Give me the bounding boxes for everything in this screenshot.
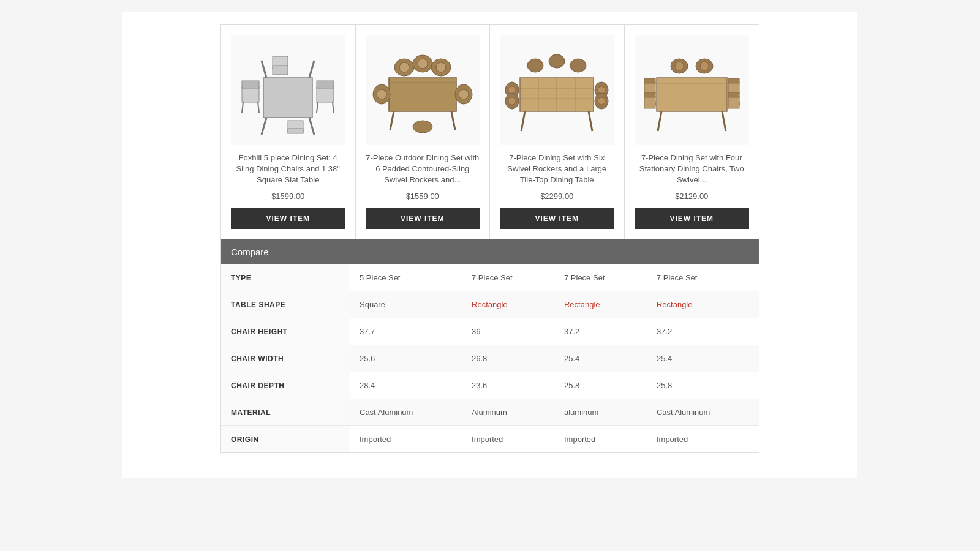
product-card-3: 7-Piece Dining Set with Six Swivel Rocke…: [490, 25, 625, 239]
svg-line-20: [451, 111, 455, 130]
svg-line-53: [658, 111, 662, 131]
svg-point-24: [459, 89, 469, 99]
compare-cell-2-0: 37.7: [350, 318, 462, 345]
product-image-2: [366, 35, 480, 145]
compare-row-label-4: CHAIR DEPTH: [221, 372, 350, 399]
compare-row-label-6: ORIGIN: [221, 426, 350, 453]
products-grid: Foxhill 5 piece Dining Set: 4 Sling Dini…: [221, 24, 760, 239]
svg-point-31: [413, 121, 432, 133]
svg-point-49: [549, 54, 565, 68]
compare-label: Compare: [231, 247, 269, 257]
compare-cell-6-2: Imported: [554, 426, 647, 453]
compare-row-5: MATERIALCast AluminumAluminumaluminumCas…: [221, 399, 759, 426]
compare-cell-3-3: 25.4: [647, 345, 759, 372]
compare-header: Compare: [221, 239, 759, 264]
product-title-1: Foxhill 5 piece Dining Set: 4 Sling Dini…: [231, 152, 345, 187]
view-item-btn-2[interactable]: VIEW ITEM: [366, 208, 480, 229]
compare-row-2: CHAIR HEIGHT37.73637.237.2: [221, 318, 759, 345]
compare-row-1: TABLE SHAPESquareRectangleRectangleRecta…: [221, 291, 759, 318]
svg-line-4: [309, 61, 314, 78]
svg-point-47: [598, 97, 605, 105]
svg-rect-56: [644, 78, 655, 83]
svg-point-43: [508, 97, 516, 105]
compare-cell-5-3: Cast Aluminum: [647, 399, 759, 426]
svg-point-41: [508, 86, 516, 94]
compare-row-4: CHAIR DEPTH28.423.625.825.8: [221, 372, 759, 399]
compare-cell-6-3: Imported: [647, 426, 759, 453]
product-card-4: 7-Piece Dining Set with Four Stationary …: [625, 25, 760, 239]
compare-row-label-2: CHAIR HEIGHT: [221, 318, 350, 345]
compare-cell-2-2: 37.2: [554, 318, 647, 345]
view-item-btn-4[interactable]: VIEW ITEM: [635, 208, 750, 229]
product-title-2: 7-Piece Outdoor Dining Set with 6 Padded…: [366, 152, 480, 187]
svg-rect-10: [317, 81, 334, 88]
svg-rect-6: [242, 81, 259, 88]
svg-line-7: [242, 102, 243, 113]
svg-point-30: [436, 62, 446, 72]
svg-line-19: [390, 111, 394, 130]
page-wrapper: Foxhill 5 piece Dining Set: 4 Sling Dini…: [123, 12, 858, 478]
compare-cell-5-0: Cast Aluminum: [350, 399, 462, 426]
svg-rect-5: [242, 87, 259, 102]
product-image-1: [231, 35, 345, 145]
svg-rect-62: [728, 78, 739, 83]
compare-cell-2-3: 37.2: [647, 318, 759, 345]
compare-cell-1-2: Rectangle: [554, 291, 647, 318]
product-price-4: $2129.00: [675, 192, 708, 201]
compare-cell-3-0: 25.6: [350, 345, 462, 372]
product-image-4: [635, 35, 750, 145]
product-price-1: $1599.00: [271, 192, 304, 201]
compare-row-label-1: TABLE SHAPE: [221, 291, 350, 318]
product-title-4: 7-Piece Dining Set with Four Stationary …: [635, 152, 750, 187]
product-image-svg-3: [505, 44, 609, 136]
compare-cell-0-1: 7 Piece Set: [462, 264, 554, 291]
compare-row-3: CHAIR WIDTH25.626.825.425.4: [221, 345, 759, 372]
svg-line-1: [262, 118, 266, 135]
product-image-svg-1: [236, 44, 340, 136]
compare-cell-1-1: Rectangle: [462, 291, 554, 318]
product-title-3: 7-Piece Dining Set with Six Swivel Rocke…: [500, 152, 614, 187]
compare-cell-3-2: 25.4: [554, 345, 647, 372]
compare-cell-5-2: aluminum: [554, 399, 647, 426]
svg-point-68: [675, 62, 684, 70]
compare-cell-4-3: 25.8: [647, 372, 759, 399]
svg-rect-66: [728, 92, 739, 97]
compare-row-label-0: TYPE: [221, 264, 350, 291]
svg-rect-51: [657, 78, 727, 111]
view-item-btn-3[interactable]: VIEW ITEM: [500, 208, 614, 229]
svg-rect-16: [288, 129, 303, 133]
svg-point-22: [377, 89, 386, 99]
svg-point-26: [399, 62, 409, 72]
compare-cell-1-0: Square: [350, 291, 462, 318]
product-image-svg-4: [639, 44, 744, 136]
svg-rect-65: [728, 96, 739, 108]
product-price-2: $1559.00: [406, 192, 439, 201]
product-price-3: $2299.00: [540, 192, 573, 201]
svg-point-28: [418, 59, 428, 69]
svg-line-38: [521, 111, 525, 131]
svg-rect-59: [644, 96, 655, 108]
svg-point-48: [527, 59, 543, 72]
svg-line-8: [258, 102, 259, 113]
compare-cell-2-1: 36: [462, 318, 554, 345]
svg-line-2: [309, 118, 314, 135]
compare-cell-1-3: Rectangle: [647, 291, 759, 318]
product-image-svg-2: [371, 44, 475, 136]
compare-row-0: TYPE5 Piece Set7 Piece Set7 Piece Set7 P…: [221, 264, 759, 291]
svg-line-12: [333, 102, 334, 113]
compare-cell-4-0: 28.4: [350, 372, 462, 399]
compare-row-6: ORIGINImportedImportedImportedImported: [221, 426, 759, 453]
svg-point-45: [598, 86, 605, 94]
compare-cell-3-1: 26.8: [462, 345, 554, 372]
compare-cell-6-1: Imported: [462, 426, 554, 453]
compare-row-label-3: CHAIR WIDTH: [221, 345, 350, 372]
compare-cell-6-0: Imported: [350, 426, 462, 453]
compare-cell-4-1: 23.6: [462, 372, 554, 399]
compare-section: Compare TYPE5 Piece Set7 Piece Set7 Piec…: [221, 239, 760, 453]
svg-line-54: [722, 111, 726, 131]
svg-rect-60: [644, 92, 655, 97]
view-item-btn-1[interactable]: VIEW ITEM: [231, 208, 345, 229]
svg-point-50: [570, 59, 586, 72]
compare-cell-0-0: 5 Piece Set: [350, 264, 462, 291]
product-image-3: [500, 35, 614, 145]
